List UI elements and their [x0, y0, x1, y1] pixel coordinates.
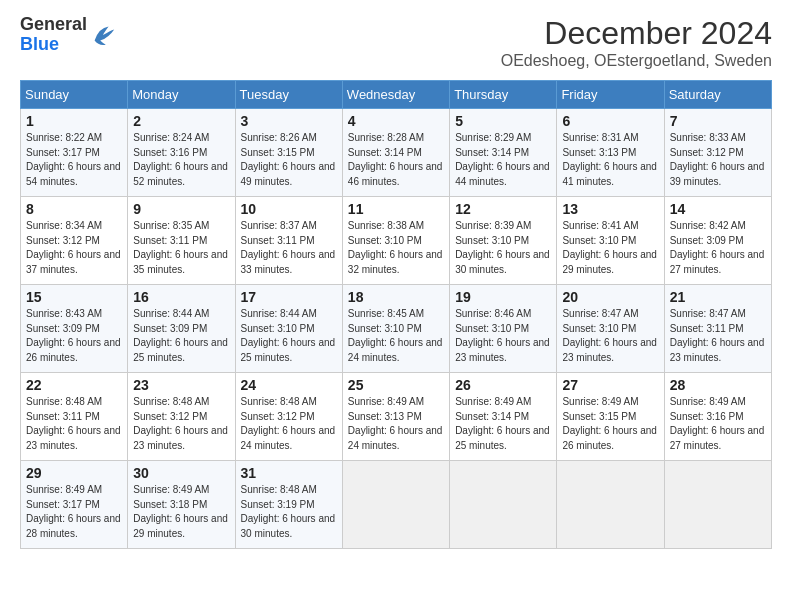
day-number: 18: [348, 289, 444, 305]
calendar-cell: 28 Sunrise: 8:49 AMSunset: 3:16 PMDaylig…: [664, 373, 771, 461]
calendar-cell: 5 Sunrise: 8:29 AMSunset: 3:14 PMDayligh…: [450, 109, 557, 197]
col-header-friday: Friday: [557, 81, 664, 109]
day-number: 25: [348, 377, 444, 393]
page: General Blue December 2024 OEdeshoeg, OE…: [0, 0, 792, 612]
day-info: Sunrise: 8:29 AMSunset: 3:14 PMDaylight:…: [455, 132, 550, 187]
day-info: Sunrise: 8:48 AMSunset: 3:19 PMDaylight:…: [241, 484, 336, 539]
day-number: 19: [455, 289, 551, 305]
day-info: Sunrise: 8:41 AMSunset: 3:10 PMDaylight:…: [562, 220, 657, 275]
day-number: 6: [562, 113, 658, 129]
day-info: Sunrise: 8:49 AMSunset: 3:13 PMDaylight:…: [348, 396, 443, 451]
week-row-1: 1 Sunrise: 8:22 AMSunset: 3:17 PMDayligh…: [21, 109, 772, 197]
col-header-monday: Monday: [128, 81, 235, 109]
week-row-2: 8 Sunrise: 8:34 AMSunset: 3:12 PMDayligh…: [21, 197, 772, 285]
calendar-cell: 9 Sunrise: 8:35 AMSunset: 3:11 PMDayligh…: [128, 197, 235, 285]
title-block: December 2024 OEdeshoeg, OEstergoetland,…: [501, 15, 772, 70]
header-row: SundayMondayTuesdayWednesdayThursdayFrid…: [21, 81, 772, 109]
col-header-saturday: Saturday: [664, 81, 771, 109]
day-info: Sunrise: 8:47 AMSunset: 3:10 PMDaylight:…: [562, 308, 657, 363]
day-info: Sunrise: 8:34 AMSunset: 3:12 PMDaylight:…: [26, 220, 121, 275]
calendar-header: SundayMondayTuesdayWednesdayThursdayFrid…: [21, 81, 772, 109]
day-info: Sunrise: 8:24 AMSunset: 3:16 PMDaylight:…: [133, 132, 228, 187]
logo-general: General: [20, 14, 87, 34]
calendar-cell: 30 Sunrise: 8:49 AMSunset: 3:18 PMDaylig…: [128, 461, 235, 549]
day-info: Sunrise: 8:48 AMSunset: 3:11 PMDaylight:…: [26, 396, 121, 451]
day-info: Sunrise: 8:39 AMSunset: 3:10 PMDaylight:…: [455, 220, 550, 275]
day-number: 7: [670, 113, 766, 129]
day-info: Sunrise: 8:26 AMSunset: 3:15 PMDaylight:…: [241, 132, 336, 187]
day-number: 26: [455, 377, 551, 393]
calendar-cell: 24 Sunrise: 8:48 AMSunset: 3:12 PMDaylig…: [235, 373, 342, 461]
day-number: 29: [26, 465, 122, 481]
calendar-cell: 27 Sunrise: 8:49 AMSunset: 3:15 PMDaylig…: [557, 373, 664, 461]
day-info: Sunrise: 8:28 AMSunset: 3:14 PMDaylight:…: [348, 132, 443, 187]
calendar-cell: 23 Sunrise: 8:48 AMSunset: 3:12 PMDaylig…: [128, 373, 235, 461]
calendar-cell: 2 Sunrise: 8:24 AMSunset: 3:16 PMDayligh…: [128, 109, 235, 197]
day-number: 24: [241, 377, 337, 393]
calendar-cell: 25 Sunrise: 8:49 AMSunset: 3:13 PMDaylig…: [342, 373, 449, 461]
day-number: 10: [241, 201, 337, 217]
calendar-cell: 7 Sunrise: 8:33 AMSunset: 3:12 PMDayligh…: [664, 109, 771, 197]
day-info: Sunrise: 8:31 AMSunset: 3:13 PMDaylight:…: [562, 132, 657, 187]
calendar-cell: 26 Sunrise: 8:49 AMSunset: 3:14 PMDaylig…: [450, 373, 557, 461]
calendar-cell: 10 Sunrise: 8:37 AMSunset: 3:11 PMDaylig…: [235, 197, 342, 285]
calendar-cell: 1 Sunrise: 8:22 AMSunset: 3:17 PMDayligh…: [21, 109, 128, 197]
day-info: Sunrise: 8:38 AMSunset: 3:10 PMDaylight:…: [348, 220, 443, 275]
day-number: 11: [348, 201, 444, 217]
day-number: 1: [26, 113, 122, 129]
calendar-cell: 22 Sunrise: 8:48 AMSunset: 3:11 PMDaylig…: [21, 373, 128, 461]
day-info: Sunrise: 8:43 AMSunset: 3:09 PMDaylight:…: [26, 308, 121, 363]
day-info: Sunrise: 8:49 AMSunset: 3:18 PMDaylight:…: [133, 484, 228, 539]
calendar-table: SundayMondayTuesdayWednesdayThursdayFrid…: [20, 80, 772, 549]
col-header-wednesday: Wednesday: [342, 81, 449, 109]
day-number: 4: [348, 113, 444, 129]
calendar-cell: [557, 461, 664, 549]
header: General Blue December 2024 OEdeshoeg, OE…: [20, 15, 772, 70]
logo-blue: Blue: [20, 34, 59, 54]
day-info: Sunrise: 8:33 AMSunset: 3:12 PMDaylight:…: [670, 132, 765, 187]
day-info: Sunrise: 8:48 AMSunset: 3:12 PMDaylight:…: [133, 396, 228, 451]
calendar-cell: 11 Sunrise: 8:38 AMSunset: 3:10 PMDaylig…: [342, 197, 449, 285]
month-title: December 2024: [501, 15, 772, 52]
day-number: 22: [26, 377, 122, 393]
week-row-5: 29 Sunrise: 8:49 AMSunset: 3:17 PMDaylig…: [21, 461, 772, 549]
day-number: 23: [133, 377, 229, 393]
day-number: 16: [133, 289, 229, 305]
day-number: 20: [562, 289, 658, 305]
calendar-cell: 19 Sunrise: 8:46 AMSunset: 3:10 PMDaylig…: [450, 285, 557, 373]
week-row-4: 22 Sunrise: 8:48 AMSunset: 3:11 PMDaylig…: [21, 373, 772, 461]
calendar-cell: 12 Sunrise: 8:39 AMSunset: 3:10 PMDaylig…: [450, 197, 557, 285]
day-number: 3: [241, 113, 337, 129]
day-number: 31: [241, 465, 337, 481]
calendar-cell: 8 Sunrise: 8:34 AMSunset: 3:12 PMDayligh…: [21, 197, 128, 285]
day-number: 28: [670, 377, 766, 393]
day-number: 30: [133, 465, 229, 481]
calendar-cell: 20 Sunrise: 8:47 AMSunset: 3:10 PMDaylig…: [557, 285, 664, 373]
calendar-cell: 18 Sunrise: 8:45 AMSunset: 3:10 PMDaylig…: [342, 285, 449, 373]
day-info: Sunrise: 8:44 AMSunset: 3:09 PMDaylight:…: [133, 308, 228, 363]
col-header-sunday: Sunday: [21, 81, 128, 109]
calendar-cell: 17 Sunrise: 8:44 AMSunset: 3:10 PMDaylig…: [235, 285, 342, 373]
day-info: Sunrise: 8:22 AMSunset: 3:17 PMDaylight:…: [26, 132, 121, 187]
calendar-cell: [450, 461, 557, 549]
day-number: 8: [26, 201, 122, 217]
calendar-cell: 15 Sunrise: 8:43 AMSunset: 3:09 PMDaylig…: [21, 285, 128, 373]
calendar-cell: 4 Sunrise: 8:28 AMSunset: 3:14 PMDayligh…: [342, 109, 449, 197]
day-number: 13: [562, 201, 658, 217]
location: OEdeshoeg, OEstergoetland, Sweden: [501, 52, 772, 70]
week-row-3: 15 Sunrise: 8:43 AMSunset: 3:09 PMDaylig…: [21, 285, 772, 373]
day-info: Sunrise: 8:49 AMSunset: 3:15 PMDaylight:…: [562, 396, 657, 451]
day-info: Sunrise: 8:49 AMSunset: 3:17 PMDaylight:…: [26, 484, 121, 539]
day-number: 15: [26, 289, 122, 305]
calendar-cell: [342, 461, 449, 549]
day-info: Sunrise: 8:47 AMSunset: 3:11 PMDaylight:…: [670, 308, 765, 363]
calendar-cell: 14 Sunrise: 8:42 AMSunset: 3:09 PMDaylig…: [664, 197, 771, 285]
day-number: 2: [133, 113, 229, 129]
calendar-cell: [664, 461, 771, 549]
day-info: Sunrise: 8:37 AMSunset: 3:11 PMDaylight:…: [241, 220, 336, 275]
col-header-tuesday: Tuesday: [235, 81, 342, 109]
col-header-thursday: Thursday: [450, 81, 557, 109]
day-info: Sunrise: 8:49 AMSunset: 3:14 PMDaylight:…: [455, 396, 550, 451]
logo-bird-icon: [89, 21, 117, 49]
day-info: Sunrise: 8:46 AMSunset: 3:10 PMDaylight:…: [455, 308, 550, 363]
